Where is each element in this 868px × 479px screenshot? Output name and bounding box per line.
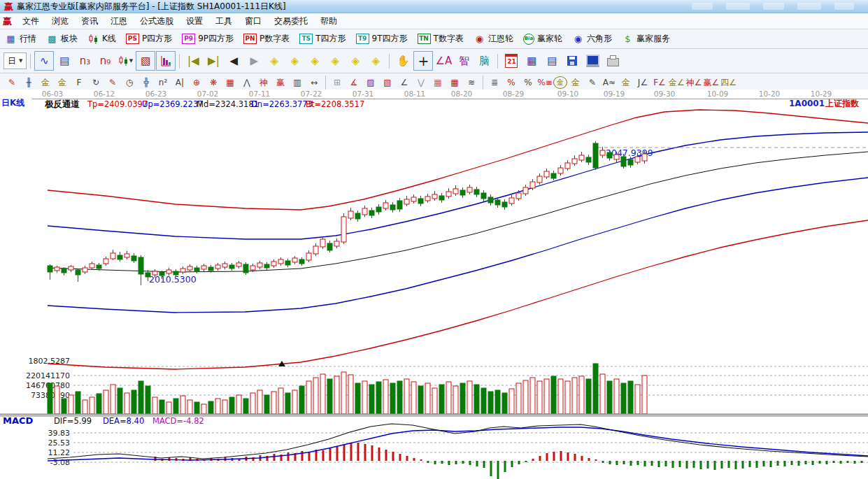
toolbar-button-gold-angle[interactable]: 金∠ [668,76,685,90]
kline-chart-svg[interactable]: 06-0306-1206-2307-0207-1107-2207-3108-11… [0,90,868,479]
toolbar-button-percent-line-red[interactable]: % [503,76,520,90]
toolbar-button-si-angle[interactable]: 四∠ [720,76,737,90]
toolbar-button-pencil-tool[interactable]: ✎ [3,76,20,90]
toolbar-button-calculator-tool[interactable]: ▦ [522,51,541,71]
toolbar-button-wave-a-tool[interactable]: A≈ [601,76,618,90]
toolbar-button-crosshair-tool[interactable]: + [413,51,433,71]
toolbar-button-next-bar[interactable]: ▶ [244,51,264,71]
toolbar-button-quotes[interactable]: ▦行情 [0,31,41,47]
toolbar-button-angle-a-tool[interactable]: ∠A [434,51,453,71]
toolbar-button-histogram-tool[interactable] [156,51,176,71]
toolbar-button-gold-gate-1[interactable]: 金 [37,76,54,90]
toolbar-button-kline[interactable]: K线 [83,31,121,47]
menu-item-4[interactable]: 公式选股 [134,15,180,28]
chart-area[interactable]: 06-0306-1206-2307-0207-1107-2207-3108-11… [0,90,868,479]
toolbar-button-diamond-right[interactable]: ◈ [285,51,304,71]
toolbar-button-gold-circle[interactable]: 金 [553,76,567,89]
toolbar-button-printer[interactable] [603,51,622,71]
toolbar-button-winner-service[interactable]: $赢家服务 [617,31,675,47]
toolbar-button-pattern-tool[interactable]: ▧ [136,51,155,71]
toolbar-button-save-floppy[interactable] [562,51,582,71]
toolbar-button-9p-square[interactable]: P99P四方形 [177,31,239,47]
toolbar-button-info-panel[interactable]: ▤ [55,51,74,71]
toolbar-button-fan-box-red[interactable]: ▧ [379,76,396,90]
menu-item-5[interactable]: 设置 [180,15,209,28]
toolbar-separator [483,76,483,90]
toolbar-button-diamond-left[interactable]: ◈ [264,51,284,71]
toolbar-button-box-ruler[interactable]: ⊞ [329,76,346,90]
toolbar-button-diamond-expand[interactable]: ◈ [346,51,365,71]
toolbar-button-percent-tool[interactable]: % [520,76,536,90]
toolbar-button-shen-angle[interactable]: 神∠ [685,76,703,90]
toolbar-button-marker-tool[interactable]: ✎ [104,76,121,90]
toolbar-button-grid-ruler[interactable]: ╫ [20,76,37,90]
toolbar-button-last-bar[interactable]: ▶| [204,51,223,71]
toolbar-button-gann-target[interactable]: ⊕ [188,76,205,90]
toolbar-button-grid-red[interactable]: ▦ [446,76,463,90]
toolbar-button-diamond-vsplit[interactable]: ◈ [325,51,345,71]
toolbar-button-calendar-tool[interactable]: 21 [501,51,521,71]
toolbar-button-ruler-123[interactable]: ▥ [289,76,306,90]
toolbar-button-candle-style-dropdown[interactable]: ▼ [115,51,135,71]
toolbar-button-sectors[interactable]: ▩板块 [41,31,83,47]
menu-item-2[interactable]: 资讯 [75,15,104,28]
toolbar-button-v-dotted[interactable]: ⋁ [413,76,429,90]
toolbar-button-shen-tool[interactable]: 神 [255,76,272,90]
toolbar-button-v-lines-tool[interactable]: ⋀ [239,76,255,90]
toolbar-button-gold-levels[interactable]: 金 [567,76,584,90]
toolbar-button-gold-gate-2[interactable]: 金 [54,76,71,90]
toolbar-button-gold-line[interactable]: 金 [618,76,634,90]
toolbar-button-angle-fan[interactable]: ∠ [396,76,413,90]
menu-item-8[interactable]: 交易委托 [268,15,314,28]
menu-item-9[interactable]: 帮助 [314,15,343,28]
toolbar-button-percent-levels[interactable]: %≡ [536,76,553,90]
toolbar-button-diamond-hsplit[interactable]: ◈ [305,51,325,71]
toolbar-button-f-ruler[interactable]: F [71,76,87,90]
toolbar-button-n-square-tool[interactable]: n² [155,76,171,90]
volume-bar [614,379,619,414]
toolbar-button-clock-tool[interactable]: ◷ [121,76,138,90]
toolbar-button-t-square[interactable]: TST四方形 [294,31,350,47]
toolbar-button-j-angle[interactable]: J∠ [634,76,651,90]
toolbar-button-ying-tool[interactable]: 赢 [272,76,289,90]
toolbar-button-double-ruler[interactable]: ╬ [138,76,155,90]
toolbar-button-fan-box-purple[interactable]: ▨ [362,76,379,90]
toolbar-button-slant-lines[interactable]: ≋ [463,76,480,90]
menu-item-1[interactable]: 浏览 [45,15,75,28]
toolbar-button-gann-star[interactable]: ❋ [205,76,222,90]
toolbar-button-bars-9-tool[interactable]: n₉ [95,51,115,71]
toolbar-button-first-bar[interactable]: |◀ [183,51,203,71]
period-selector-dropdown[interactable]: 日▼ [3,52,27,69]
toolbar-button-notes-tool[interactable]: ▤ [542,51,562,71]
toolbar-button-gann-wheel[interactable]: ◉江恩轮 [469,31,518,47]
toolbar-button-fan-lines-red[interactable]: ∡ [346,76,362,90]
toolbar-button-p-table[interactable]: PNP数字表 [239,31,294,47]
toolbar-button-gann-grid[interactable]: ▦ [222,76,239,90]
toolbar-button-diamond-compress[interactable]: ◈ [366,51,385,71]
menu-item-6[interactable]: 工具 [209,15,239,28]
toolbar-button-t-table[interactable]: TNT数字表 [413,31,469,47]
toolbar-button-ying-angle[interactable]: 赢∠ [703,76,720,90]
toolbar-button-spiral-tool[interactable]: ↻ [87,76,104,90]
menu-item-7[interactable]: 窗口 [239,15,268,28]
toolbar-button-hexagon[interactable]: ◉六角形 [567,31,617,47]
toolbar-button-9t-square[interactable]: T99T四方形 [351,31,413,47]
toolbar-button-prev-bar[interactable]: ◀ [224,51,243,71]
toolbar-button-zigzag-tool[interactable]: ∿ [34,51,54,71]
toolbar-button-smart-tool[interactable]: 智 [454,51,474,71]
toolbar-button-bars-3-tool[interactable]: n₃ [75,51,94,71]
toolbar-button-hand-tool[interactable]: ✋ [393,51,413,71]
menu-item-3[interactable]: 江恩 [104,15,134,28]
toolbar-button-width-measure[interactable]: ↔ [306,76,322,90]
toolbar-button-p-square[interactable]: PSP四方形 [121,31,177,47]
toolbar-button-f-angle[interactable]: F∠ [651,76,668,90]
candle-body [565,163,570,169]
toolbar-button-remote-screen[interactable] [583,51,602,71]
toolbar-button-winner-wheel[interactable]: Bia赢家轮 [518,31,567,47]
menu-item-0[interactable]: 文件 [16,15,45,28]
toolbar-button-v-ruler[interactable]: ≣ [486,76,503,90]
toolbar-button-grid-light[interactable]: ▦ [429,76,446,90]
toolbar-button-text-marker[interactable]: A| [171,76,188,90]
toolbar-button-brain-tool[interactable]: 脑 [474,51,494,71]
toolbar-button-pencil-dark[interactable]: ✎ [584,76,601,90]
